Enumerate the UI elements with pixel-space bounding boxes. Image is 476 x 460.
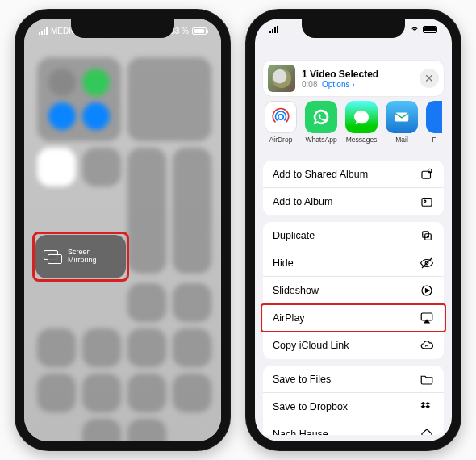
connectivity-tile[interactable]	[37, 57, 121, 141]
bluetooth-toggle[interactable]	[82, 102, 110, 130]
airplane-toggle[interactable]	[48, 69, 76, 96]
screen-share-sheet: 12:24 1 Video Selected 0:08 Options › ✕	[255, 19, 452, 441]
share-app-whatsapp[interactable]: WhatsApp	[305, 101, 337, 144]
action-label: Add to Album	[273, 196, 332, 207]
action-label: Copy iCloud Link	[273, 340, 349, 351]
screen-mirroring-tile-highlight: Screen Mirroring	[35, 235, 126, 278]
wifi-icon	[410, 25, 420, 33]
brightness-slider[interactable]	[127, 148, 166, 274]
action-copy-icloud[interactable]: Copy iCloud Link	[263, 332, 444, 359]
cc-tile[interactable]	[37, 328, 76, 367]
share-header: 1 Video Selected 0:08 Options › ✕	[263, 61, 444, 96]
action-nach-hause[interactable]: Nach Hause	[263, 420, 444, 435]
close-icon: ✕	[424, 72, 434, 85]
screen-mirroring-icon	[44, 250, 61, 263]
svg-point-0	[278, 115, 284, 120]
cc-tile[interactable]	[82, 374, 121, 412]
action-hide[interactable]: Hide	[263, 249, 444, 277]
whatsapp-icon	[305, 101, 337, 133]
volume-slider[interactable]	[173, 148, 211, 274]
shared-album-icon	[420, 167, 434, 182]
cc-tile[interactable]	[82, 419, 121, 441]
share-app-partial[interactable]: F	[426, 101, 442, 144]
media-tile[interactable]	[127, 57, 211, 141]
app-label: WhatsApp	[305, 136, 336, 144]
share-subtitle: 0:08 Options ›	[302, 80, 413, 89]
phone-right: 12:24 1 Video Selected 0:08 Options › ✕	[245, 9, 461, 451]
notch	[71, 19, 174, 38]
home-icon	[420, 427, 434, 435]
signal-icon	[269, 26, 278, 33]
action-add-shared-album[interactable]: Add to Shared Album	[263, 161, 444, 188]
airdrop-icon	[265, 101, 297, 133]
signal-icon	[39, 27, 48, 35]
action-label: Save to Files	[273, 374, 331, 385]
svg-rect-4	[422, 199, 432, 207]
share-app-row[interactable]: AirDrop WhatsApp Messages Mail	[255, 101, 452, 154]
cc-tile[interactable]	[173, 328, 211, 367]
messages-icon	[345, 101, 378, 133]
hide-icon	[420, 256, 434, 270]
dropbox-icon	[420, 399, 434, 414]
files-icon	[420, 372, 434, 387]
wifi-toggle[interactable]	[48, 102, 76, 130]
battery-icon	[423, 26, 437, 33]
app-label: F	[432, 136, 436, 144]
cc-tile[interactable]	[127, 328, 166, 367]
cc-tile[interactable]	[173, 283, 211, 322]
app-label: Mail	[395, 136, 408, 144]
screen-control-center: MEDIONmobile ↻ 83 %	[24, 19, 221, 441]
album-icon	[420, 194, 434, 209]
highlight-box-airplay	[261, 303, 446, 332]
action-label: Add to Shared Album	[273, 169, 368, 180]
cc-tile[interactable]	[127, 419, 166, 441]
actions-list[interactable]: Add to Shared Album Add to Album Duplica…	[263, 161, 444, 435]
action-save-dropbox[interactable]: Save to Dropbox	[263, 393, 444, 420]
dnd-tile[interactable]	[82, 148, 121, 186]
svg-rect-1	[395, 113, 409, 122]
group-save: Save to Files Save to Dropbox Nach Hause	[263, 366, 444, 435]
action-duplicate[interactable]: Duplicate	[263, 222, 444, 249]
svg-point-5	[424, 200, 426, 202]
options-link[interactable]: Options ›	[322, 80, 355, 89]
action-label: Hide	[273, 257, 294, 269]
group-actions: Duplicate Hide Slideshow AirPlay Copy iC…	[263, 222, 444, 359]
cc-tile[interactable]	[82, 328, 121, 367]
action-label: Slideshow	[273, 285, 319, 296]
action-save-files[interactable]: Save to Files	[263, 366, 444, 393]
duplicate-icon	[420, 228, 434, 243]
action-label: Save to Dropbox	[273, 401, 348, 412]
action-label: Nach Hause	[273, 429, 328, 435]
video-thumbnail[interactable]	[268, 65, 295, 92]
app-label: AirDrop	[269, 136, 293, 144]
share-app-mail[interactable]: Mail	[386, 101, 418, 144]
mail-icon	[386, 101, 418, 133]
phone-left: MEDIONmobile ↻ 83 %	[15, 9, 231, 451]
action-slideshow[interactable]: Slideshow	[263, 277, 444, 304]
cellular-toggle[interactable]	[82, 69, 110, 96]
slideshow-icon	[420, 283, 434, 298]
share-title: 1 Video Selected	[302, 69, 413, 80]
icloud-link-icon	[420, 338, 434, 353]
share-app-airdrop[interactable]: AirDrop	[265, 101, 297, 144]
notch	[302, 19, 405, 38]
facebook-icon	[426, 101, 442, 133]
cc-tile[interactable]	[127, 283, 166, 322]
action-add-album[interactable]: Add to Album	[263, 188, 444, 215]
cc-tile[interactable]	[37, 374, 76, 412]
battery-icon	[192, 27, 207, 35]
app-label: Messages	[346, 136, 378, 144]
cc-tile[interactable]	[173, 374, 211, 412]
action-label: Duplicate	[273, 230, 315, 241]
orientation-lock-tile[interactable]	[37, 148, 76, 186]
share-app-messages[interactable]: Messages	[345, 101, 378, 144]
close-button[interactable]: ✕	[420, 69, 439, 88]
group-album: Add to Shared Album Add to Album	[263, 161, 444, 215]
cc-tile[interactable]	[127, 374, 166, 412]
